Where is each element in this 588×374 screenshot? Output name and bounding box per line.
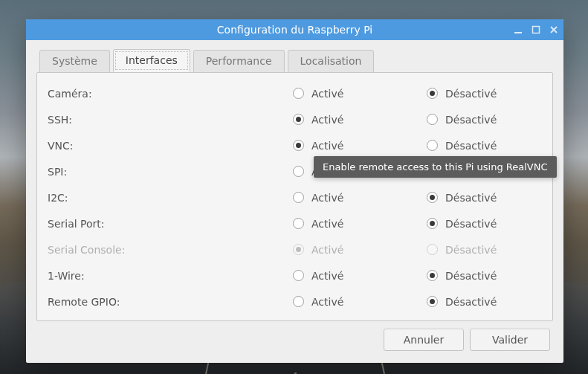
radio-serial-console-enabled: Activé [293,244,427,256]
radio-1-wire-disabled[interactable]: Désactivé [427,270,560,282]
row-serial-console: Serial Console:ActivéDésactivé [48,236,542,262]
tooltip-vnc: Enable remote access to this Pi using Re… [314,156,557,178]
label-camera: Caméra: [48,88,293,100]
radio-label: Activé [311,140,343,152]
titlebar[interactable]: Configuration du Raspberry Pi [26,19,563,40]
row-camera: Caméra:ActivéDésactivé [48,80,542,106]
radio-label: Désactivé [445,244,497,256]
tab-strip: Système Interfaces Performance Localisat… [36,49,553,72]
tab-interfaces[interactable]: Interfaces [113,49,190,72]
label-i2c: I2C: [48,192,293,204]
config-window: Configuration du Raspberry Pi Système In… [26,19,563,363]
row-1-wire: 1-Wire:ActivéDésactivé [48,262,542,288]
radio-dot-icon [427,218,438,229]
radio-dot-icon [293,166,304,177]
radio-dot-icon [293,192,304,203]
radio-label: Désactivé [445,218,497,230]
radio-i2c-enabled[interactable]: Activé [293,192,427,204]
radio-dot-icon [427,88,438,99]
minimize-icon[interactable] [513,25,523,35]
radio-serial-port-disabled[interactable]: Désactivé [427,218,560,230]
radio-label: Activé [311,244,343,256]
radio-dot-icon [293,270,304,281]
radio-dot-icon [427,114,438,125]
row-ssh: SSH:ActivéDésactivé [48,106,542,132]
radio-dot-icon [293,88,304,99]
row-vnc: VNC:ActivéDésactivé [48,132,542,158]
radio-i2c-disabled[interactable]: Désactivé [427,192,560,204]
svg-rect-0 [514,32,522,33]
radio-label: Activé [311,192,343,204]
tab-performance[interactable]: Performance [193,50,285,73]
svg-rect-1 [533,27,540,33]
radio-dot-icon [427,140,438,151]
radio-ssh-enabled[interactable]: Activé [293,114,427,126]
radio-camera-disabled[interactable]: Désactivé [427,88,560,100]
radio-label: Désactivé [445,192,497,204]
radio-dot-icon [427,192,438,203]
radio-dot-icon [427,296,438,307]
radio-dot-icon [293,114,304,125]
row-serial-port: Serial Port:ActivéDésactivé [48,210,542,236]
maximize-icon[interactable] [531,25,541,35]
radio-label: Désactivé [445,88,497,100]
radio-remote-gpio-enabled[interactable]: Activé [293,296,427,308]
radio-remote-gpio-disabled[interactable]: Désactivé [427,296,560,308]
radio-1-wire-enabled[interactable]: Activé [293,270,427,282]
label-ssh: SSH: [48,114,293,126]
label-spi: SPI: [48,166,293,178]
radio-label: Activé [311,270,343,282]
radio-serial-port-enabled[interactable]: Activé [293,218,427,230]
radio-dot-icon [293,244,304,255]
radio-label: Activé [311,114,343,126]
radio-serial-console-disabled: Désactivé [427,244,560,256]
tab-localisation[interactable]: Localisation [288,50,375,73]
radio-dot-icon [293,296,304,307]
radio-label: Désactivé [445,114,497,126]
tab-pane-interfaces: Caméra:ActivéDésactivéSSH:ActivéDésactiv… [36,72,553,321]
cancel-button[interactable]: Annuler [384,329,464,351]
label-serial-console: Serial Console: [48,244,293,256]
radio-label: Désactivé [445,296,497,308]
radio-dot-icon [293,218,304,229]
radio-label: Activé [311,296,343,308]
radio-dot-icon [427,270,438,281]
radio-label: Désactivé [445,140,497,152]
radio-dot-icon [427,244,438,255]
radio-camera-enabled[interactable]: Activé [293,88,427,100]
row-remote-gpio: Remote GPIO:ActivéDésactivé [48,288,542,315]
tab-system[interactable]: Système [39,50,110,73]
radio-vnc-enabled[interactable]: Activé [293,140,427,152]
label-1-wire: 1-Wire: [48,270,293,282]
label-serial-port: Serial Port: [48,218,293,230]
label-vnc: VNC: [48,140,293,152]
radio-label: Désactivé [445,270,497,282]
radio-vnc-disabled[interactable]: Désactivé [427,140,560,152]
radio-label: Activé [311,88,343,100]
close-icon[interactable] [549,25,559,35]
ok-button[interactable]: Valider [470,329,550,351]
window-title: Configuration du Raspberry Pi [26,24,563,36]
row-i2c: I2C:ActivéDésactivé [48,184,542,210]
radio-label: Activé [311,218,343,230]
radio-ssh-disabled[interactable]: Désactivé [427,114,560,126]
label-remote-gpio: Remote GPIO: [48,296,293,308]
radio-dot-icon [293,140,304,151]
